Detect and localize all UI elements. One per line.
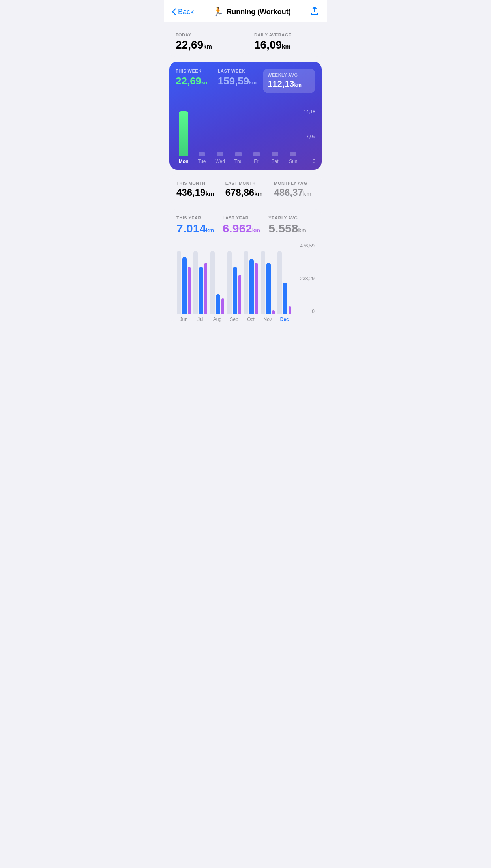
weekly-bar bbox=[199, 152, 205, 156]
monthly-bar-bg bbox=[277, 251, 282, 314]
monthly-bar-blue bbox=[283, 283, 287, 314]
monthly-bar-label: Dec bbox=[280, 317, 289, 322]
weekly-bar-col: Fri bbox=[249, 109, 264, 164]
monthly-bar-chart: JunJulAugSepOctNovDec 476,59 238,29 0 bbox=[176, 243, 315, 322]
monthly-bar-col: Nov bbox=[260, 251, 275, 322]
monthly-bar-col: Dec bbox=[277, 251, 292, 322]
monthly-bar-blue bbox=[199, 267, 203, 314]
weekly-bar bbox=[179, 111, 188, 156]
weekly-bar-col: Wed bbox=[212, 109, 228, 164]
weekly-bar bbox=[253, 152, 260, 156]
weekly-bar-label: Fri bbox=[254, 159, 259, 164]
monthly-bar-group bbox=[260, 251, 275, 314]
monthly-bar-blue bbox=[233, 267, 237, 314]
today-card: TODAY 22,69km bbox=[169, 27, 243, 57]
monthly-bar-col: Aug bbox=[210, 251, 225, 322]
monthly-bar-group bbox=[193, 251, 208, 314]
monthly-bar-label: Jul bbox=[197, 317, 203, 322]
this-year-col: THIS YEAR 7.014km bbox=[176, 216, 223, 235]
daily-avg-card: DAILY AVERAGE 16,09km bbox=[248, 27, 322, 57]
weekly-bar-label: Sun bbox=[289, 159, 297, 164]
monthly-bar-blue bbox=[249, 259, 254, 314]
monthly-y-axis: 476,59 238,29 0 bbox=[293, 243, 315, 314]
share-icon bbox=[310, 6, 319, 16]
divider2 bbox=[270, 181, 270, 198]
monthly-bar-col: Jun bbox=[176, 251, 191, 322]
monthly-bar-bg bbox=[227, 251, 232, 314]
monthly-bar-bg bbox=[193, 251, 198, 314]
monthly-bar-blue bbox=[216, 294, 220, 314]
yearly-card: THIS YEAR 7.014km LAST YEAR 6.962km YEAR… bbox=[169, 209, 322, 322]
divider bbox=[221, 181, 221, 198]
monthly-bar-blue bbox=[182, 257, 187, 314]
last-week-col: LAST WEEK 159,59km bbox=[218, 69, 263, 87]
weekly-bar bbox=[272, 152, 278, 156]
monthly-bar-bg bbox=[177, 251, 181, 314]
monthly-bar-purple bbox=[188, 267, 191, 314]
weekly-bar bbox=[235, 152, 242, 156]
running-icon: 🏃 bbox=[213, 7, 223, 17]
daily-avg-value: 16,09km bbox=[254, 39, 315, 51]
weekly-bar-col: Sat bbox=[267, 109, 283, 164]
monthly-bar-label: Oct bbox=[247, 317, 255, 322]
monthly-bar-bg bbox=[210, 251, 215, 314]
weekly-bar-label: Thu bbox=[234, 159, 243, 164]
yearly-avg-col: YEARLY AVG 5.558km bbox=[268, 216, 315, 235]
monthly-stats-row: THIS MONTH 436,19km LAST MONTH 678,86km … bbox=[176, 181, 315, 198]
back-button[interactable]: Back bbox=[172, 8, 194, 16]
yearly-stats-row: THIS YEAR 7.014km LAST YEAR 6.962km YEAR… bbox=[176, 216, 315, 235]
weekly-bar-label: Sat bbox=[272, 159, 279, 164]
monthly-bar-group bbox=[277, 251, 292, 314]
weekly-stats-row: THIS WEEK 22,69km LAST WEEK 159,59km WEE… bbox=[176, 69, 315, 93]
monthly-bar-col: Oct bbox=[244, 251, 258, 322]
today-label: TODAY bbox=[176, 32, 237, 37]
header: Back 🏃 Running (Workout) bbox=[164, 0, 327, 22]
weekly-bar-col: Mon bbox=[176, 109, 191, 164]
weekly-bar-label: Tue bbox=[198, 159, 206, 164]
weekly-bar bbox=[290, 152, 296, 156]
monthly-bar-label: Jun bbox=[180, 317, 187, 322]
page-title: 🏃 Running (Workout) bbox=[213, 7, 291, 17]
monthly-bar-label: Aug bbox=[213, 317, 221, 322]
monthly-bar-purple bbox=[255, 263, 258, 314]
top-stats-row: TODAY 22,69km DAILY AVERAGE 16,09km bbox=[169, 27, 322, 57]
weekly-chart-card: THIS WEEK 22,69km LAST WEEK 159,59km WEE… bbox=[169, 62, 322, 170]
weekly-bar-col: Thu bbox=[231, 109, 246, 164]
monthly-bar-group bbox=[244, 251, 258, 314]
monthly-bar-label: Nov bbox=[264, 317, 272, 322]
monthly-bar-purple bbox=[204, 263, 207, 314]
monthly-avg-col: MONTHLY AVG 486,37km bbox=[274, 181, 315, 198]
monthly-bar-bg bbox=[261, 251, 265, 314]
monthly-bar-group bbox=[176, 251, 191, 314]
this-month-col: THIS MONTH 436,19km bbox=[176, 181, 217, 198]
monthly-bar-group bbox=[210, 251, 225, 314]
last-month-col: LAST MONTH 678,86km bbox=[225, 181, 266, 198]
share-button[interactable] bbox=[310, 6, 319, 17]
weekly-avg-col: WEEKLY AVG 112,13km bbox=[263, 69, 315, 93]
weekly-bar-label: Wed bbox=[215, 159, 225, 164]
weekly-bar bbox=[217, 152, 223, 156]
monthly-bar-purple bbox=[272, 310, 275, 314]
weekly-bar-chart: MonTueWedThuFriSatSun 14,18 7,09 0 bbox=[176, 101, 315, 164]
weekly-bar-label: Mon bbox=[179, 159, 189, 164]
monthly-bar-purple bbox=[289, 306, 291, 314]
chevron-left-icon bbox=[172, 8, 176, 15]
monthly-bar-purple bbox=[238, 275, 241, 314]
monthly-bar-purple bbox=[221, 298, 224, 314]
last-year-col: LAST YEAR 6.962km bbox=[223, 216, 269, 235]
today-value: 22,69km bbox=[176, 39, 237, 51]
monthly-bar-blue bbox=[266, 263, 271, 314]
weekly-y-axis: 14,18 7,09 0 bbox=[304, 109, 315, 164]
monthly-bar-bg bbox=[244, 251, 248, 314]
monthly-bar-col: Sep bbox=[227, 251, 242, 322]
weekly-bar-col: Tue bbox=[194, 109, 210, 164]
monthly-bar-col: Jul bbox=[193, 251, 208, 322]
monthly-stats-card: THIS MONTH 436,19km LAST MONTH 678,86km … bbox=[169, 174, 322, 204]
monthly-bar-label: Sep bbox=[230, 317, 238, 322]
this-week-col: THIS WEEK 22,69km bbox=[176, 69, 218, 87]
monthly-bar-group bbox=[227, 251, 242, 314]
weekly-bars: MonTueWedThuFriSatSun bbox=[176, 109, 301, 164]
daily-avg-label: DAILY AVERAGE bbox=[254, 32, 315, 37]
weekly-bar-col: Sun bbox=[285, 109, 301, 164]
